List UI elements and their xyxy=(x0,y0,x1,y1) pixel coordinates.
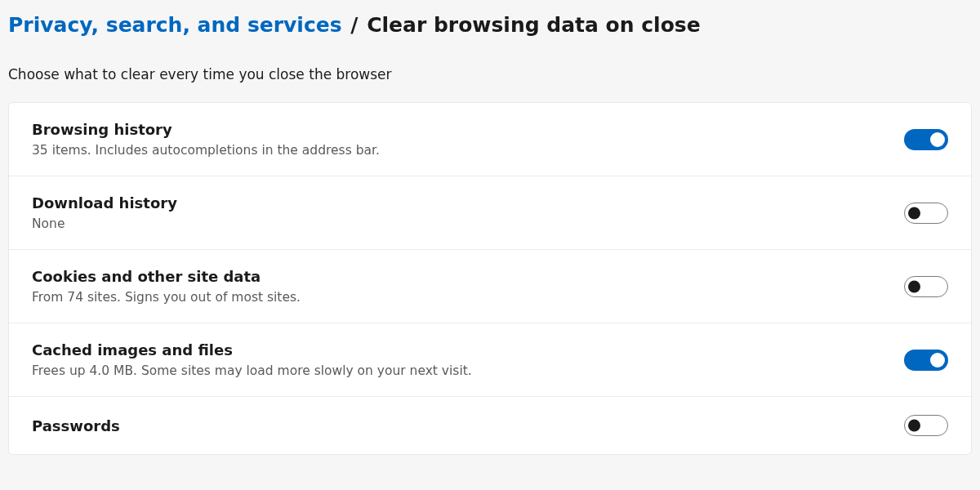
setting-title: Browsing history xyxy=(32,121,380,138)
breadcrumb: Privacy, search, and services / Clear br… xyxy=(8,13,972,37)
setting-title: Download history xyxy=(32,194,177,212)
toggle-browsing-history[interactable] xyxy=(904,129,948,150)
breadcrumb-current: Clear browsing data on close xyxy=(367,13,700,37)
setting-text: Cached images and files Frees up 4.0 MB.… xyxy=(32,341,472,378)
toggle-knob-icon xyxy=(908,280,920,292)
setting-description: None xyxy=(32,216,177,231)
setting-text: Cookies and other site data From 74 site… xyxy=(32,268,301,305)
settings-panel: Browsing history 35 items. Includes auto… xyxy=(8,102,972,455)
setting-description: 35 items. Includes autocompletions in th… xyxy=(32,143,380,158)
setting-row-download-history: Download history None xyxy=(9,176,971,250)
setting-text: Passwords xyxy=(32,417,120,434)
breadcrumb-separator: / xyxy=(350,13,358,37)
setting-text: Download history None xyxy=(32,194,177,231)
setting-title: Cookies and other site data xyxy=(32,268,301,285)
toggle-passwords[interactable] xyxy=(904,415,948,436)
toggle-cookies[interactable] xyxy=(904,276,948,297)
setting-description: Frees up 4.0 MB. Some sites may load mor… xyxy=(32,363,472,378)
page-subtitle: Choose what to clear every time you clos… xyxy=(8,66,972,82)
toggle-cached-images[interactable] xyxy=(904,350,948,371)
toggle-download-history[interactable] xyxy=(904,203,948,224)
toggle-knob-icon xyxy=(908,420,920,432)
setting-description: From 74 sites. Signs you out of most sit… xyxy=(32,290,301,305)
toggle-knob-icon xyxy=(930,132,945,147)
setting-title: Passwords xyxy=(32,417,120,434)
breadcrumb-parent-link[interactable]: Privacy, search, and services xyxy=(8,13,342,37)
setting-row-passwords: Passwords xyxy=(9,397,971,454)
toggle-knob-icon xyxy=(908,207,920,219)
setting-title: Cached images and files xyxy=(32,341,472,359)
setting-row-cached-images: Cached images and files Frees up 4.0 MB.… xyxy=(9,323,971,397)
setting-row-cookies: Cookies and other site data From 74 site… xyxy=(9,250,971,323)
setting-text: Browsing history 35 items. Includes auto… xyxy=(32,121,380,158)
setting-row-browsing-history: Browsing history 35 items. Includes auto… xyxy=(9,103,971,176)
toggle-knob-icon xyxy=(930,353,945,368)
